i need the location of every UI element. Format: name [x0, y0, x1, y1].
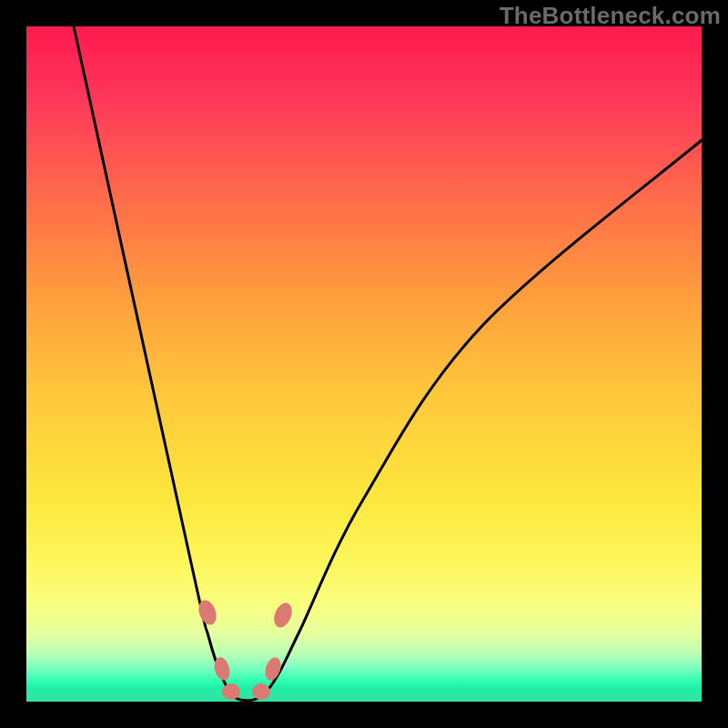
curve-marker-5 — [270, 601, 295, 631]
curve-markers-group — [196, 598, 296, 700]
curve-marker-4 — [262, 655, 283, 682]
chart-plot-area — [26, 26, 702, 702]
bottleneck-curve-path — [74, 26, 702, 701]
curve-marker-2 — [222, 683, 240, 700]
curve-marker-3 — [252, 683, 270, 700]
bottleneck-curve-svg — [26, 26, 702, 702]
watermark-text: TheBottleneck.com — [500, 2, 721, 30]
